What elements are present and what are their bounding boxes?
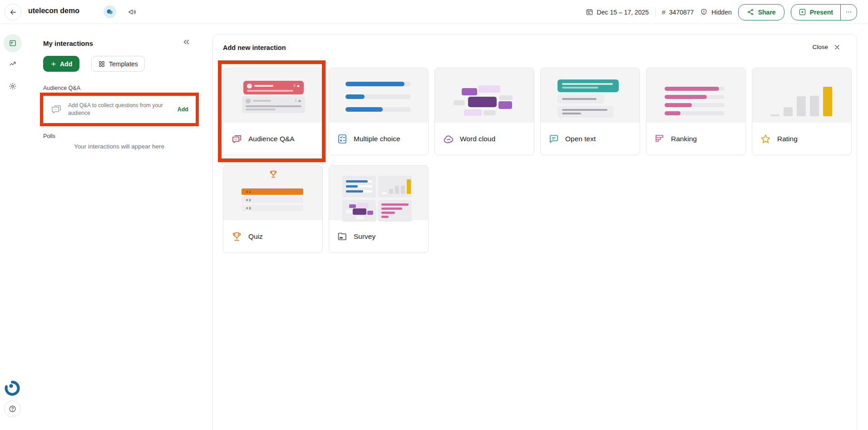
qa-upvote-count-2: 1: [295, 99, 301, 103]
present-button-group: Present: [791, 4, 857, 20]
card-ranking[interactable]: Ranking: [646, 68, 746, 155]
qa-card-description: Add Q&A to collect questions from your a…: [68, 102, 172, 117]
open-text-icon: [548, 133, 559, 144]
present-more-button[interactable]: [840, 5, 857, 20]
close-panel-button[interactable]: Close: [812, 44, 840, 50]
event-title: utelecon demo: [28, 7, 79, 15]
add-interaction-panel: Add new interaction Close 2: [212, 34, 857, 430]
visibility-status[interactable]: Hidden: [700, 8, 731, 16]
polls-empty-state: Your interactions will appear here: [26, 143, 212, 150]
survey-tile-rating: [378, 176, 412, 198]
qa-illustration: 2 1: [223, 68, 322, 123]
card-survey[interactable]: Survey: [329, 165, 429, 253]
quiz-rank-2: # 2: [242, 197, 303, 203]
polls-section-label: Polls: [43, 133, 55, 139]
add-button-label: Add: [60, 60, 72, 68]
card-label: Survey: [354, 232, 375, 241]
interaction-cards-grid: 2 1: [223, 68, 852, 253]
templates-button[interactable]: Templates: [91, 56, 145, 72]
survey-tile-multiple-choice: [342, 176, 376, 198]
header-divider: [655, 7, 656, 17]
add-interaction-button[interactable]: Add: [43, 56, 79, 72]
card-label: Ranking: [671, 135, 697, 143]
card-audience-qa[interactable]: 2 1: [223, 68, 323, 155]
qa-card-add-button[interactable]: Add: [178, 106, 188, 113]
quiz-icon: [231, 231, 242, 242]
survey-tile-word-cloud: [342, 200, 376, 222]
ranking-icon: [654, 133, 665, 144]
qa-question-bar-bottom: 1: [242, 96, 305, 113]
survey-icon: [337, 231, 348, 242]
navigation-rail: [0, 24, 26, 430]
card-label: Rating: [777, 135, 798, 143]
event-code-value: 3470877: [669, 9, 694, 16]
survey-tile-ranking: [378, 200, 412, 222]
calendar-icon: [586, 8, 593, 16]
announcement-icon[interactable]: [128, 8, 137, 16]
multiple-choice-illustration: [329, 68, 428, 123]
qa-section-label: Audience Q&A: [43, 85, 80, 91]
panel-title: My interactions: [43, 40, 93, 47]
qa-question-bar-top: 2: [243, 81, 304, 94]
templates-button-label: Templates: [109, 60, 138, 68]
rail-item-interactions[interactable]: [4, 34, 22, 52]
present-button[interactable]: Present: [791, 5, 840, 20]
present-label: Present: [810, 9, 833, 16]
share-icon: [747, 8, 755, 16]
visibility-label: Hidden: [711, 9, 731, 16]
trophy-icon: [268, 169, 278, 179]
multiple-choice-icon: [337, 133, 348, 144]
rating-icon: [760, 133, 771, 145]
slido-logo: [5, 381, 20, 396]
open-text-illustration: [541, 68, 640, 123]
shield-icon: [700, 8, 708, 16]
webex-icon: [106, 8, 114, 16]
back-arrow-icon: [9, 8, 17, 16]
thumbs-up-icon: [296, 84, 300, 88]
close-label: Close: [812, 44, 828, 50]
card-word-cloud[interactable]: Word cloud: [434, 68, 534, 155]
card-label: Word cloud: [460, 135, 495, 143]
rating-illustration: [752, 68, 851, 123]
close-icon: [834, 44, 840, 50]
help-button[interactable]: [4, 400, 21, 417]
webex-integration-badge[interactable]: [104, 5, 116, 18]
quiz-illustration: # 1 # 2 # 3: [223, 166, 322, 220]
card-multiple-choice[interactable]: Multiple choice: [329, 68, 429, 155]
share-label: Share: [758, 9, 776, 16]
rail-item-analytics[interactable]: [4, 55, 22, 73]
question-mark-icon: [9, 405, 16, 413]
qa-bubbles-icon: [231, 133, 242, 145]
gear-icon: [9, 82, 17, 90]
event-code[interactable]: # 3470877: [662, 9, 694, 16]
grid-icon: [98, 60, 105, 68]
card-open-text[interactable]: Open text: [540, 68, 640, 155]
ellipsis-icon: [845, 9, 852, 15]
event-dates[interactable]: Dec 15 – 17, 2025: [586, 8, 649, 16]
qa-upvote-count-1: 2: [294, 84, 300, 88]
back-button[interactable]: [5, 4, 21, 20]
quiz-rank-3: # 3: [242, 205, 303, 211]
card-label: Multiple choice: [354, 135, 400, 143]
card-quiz[interactable]: # 1 # 2 # 3 Quiz: [223, 165, 323, 253]
chat-bubbles-icon: [50, 104, 62, 115]
share-button[interactable]: Share: [738, 4, 784, 20]
word-cloud-icon: [443, 133, 454, 145]
survey-illustration: [329, 166, 428, 220]
plus-icon: [50, 61, 57, 67]
qa-suggestion-card: Add Q&A to collect questions from your a…: [43, 96, 196, 123]
interactions-icon: [9, 39, 17, 47]
collapse-panel-button[interactable]: [182, 38, 190, 46]
rail-item-settings[interactable]: [4, 77, 22, 95]
play-icon: [799, 8, 806, 16]
card-label: Audience Q&A: [248, 135, 295, 143]
panel-heading: Add new interaction: [223, 44, 286, 51]
word-cloud-illustration: [435, 68, 534, 123]
card-rating[interactable]: Rating: [752, 68, 852, 155]
quiz-rank-1: # 1: [242, 188, 303, 195]
trending-up-icon: [9, 60, 17, 68]
ranking-illustration: [646, 68, 745, 123]
hash-icon: #: [662, 9, 666, 16]
card-label: Open text: [565, 135, 596, 143]
card-label: Quiz: [248, 232, 263, 241]
